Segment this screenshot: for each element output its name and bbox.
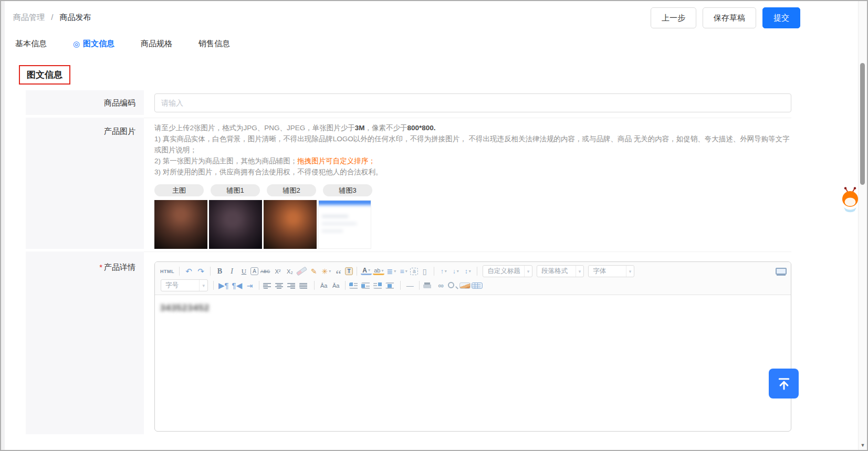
arrow-to-top-icon	[776, 376, 792, 392]
image-rules-line: 请至少上传2张图片，格式为JPG、PNG、JPEG，单张图片少于3M，像素不少于…	[154, 122, 791, 133]
product-code-input[interactable]	[154, 93, 791, 112]
image-slot-label: 辅图3	[323, 184, 372, 196]
image-rules-line: 1) 真实商品实体，白色背景，图片清晰，不得出现除品牌LOGO以外的任何水印，不…	[154, 133, 791, 155]
tab-sale[interactable]: 销售信息	[198, 39, 230, 49]
image-thumbnail[interactable]	[318, 200, 371, 249]
redo-icon[interactable]: ↷	[195, 266, 206, 277]
link-icon[interactable]: ∞	[435, 280, 446, 291]
service-mascot-icon[interactable]	[841, 187, 858, 213]
vertical-scrollbar[interactable]: ▼	[858, 1, 867, 450]
image-slot-label: 主图	[154, 184, 204, 196]
image-slot-labels: 主图辅图1辅图2辅图3	[154, 184, 791, 196]
image-thumbnail[interactable]	[209, 200, 262, 249]
tip-text: 拖拽图片可自定义排序；	[297, 157, 375, 165]
product-images-cell: 请至少上传2张图片，格式为JPG、PNG、JPEG，单张图片少于3M，像素不少于…	[144, 118, 791, 249]
new-document-icon[interactable]: ▯	[419, 266, 430, 277]
toolbar-separator	[345, 281, 346, 290]
product-detail-label: *产品详情	[26, 251, 144, 434]
search-replace-icon[interactable]	[447, 281, 458, 289]
paragraph-spacing-bottom-icon[interactable]: ↓	[450, 266, 461, 277]
toolbar-separator	[400, 281, 401, 290]
scrollbar-thumb[interactable]	[860, 63, 865, 185]
print-icon[interactable]	[423, 282, 434, 288]
active-tab-marker-icon: ◎	[73, 39, 80, 49]
indent-icon[interactable]: ⇥	[244, 280, 255, 291]
undo-icon[interactable]: ↶	[183, 266, 194, 277]
align-right-icon[interactable]	[287, 282, 298, 289]
tab-spec[interactable]: 商品规格	[141, 39, 172, 49]
blockquote-icon[interactable]: “	[333, 266, 344, 277]
bullet-list-icon[interactable]: ≡	[398, 266, 409, 277]
editor-content-text: 343523452	[160, 303, 210, 313]
product-detail-label-text: 产品详情	[104, 263, 135, 271]
char-border-icon[interactable]: A	[250, 267, 258, 275]
image-inline-icon[interactable]	[361, 282, 372, 289]
image-thumbnail[interactable]	[154, 200, 207, 249]
anchor-icon[interactable]: a	[410, 268, 418, 275]
image-slot-label: 辅图2	[267, 184, 316, 196]
tip-text: ，像素不少于	[365, 124, 407, 132]
previous-step-button[interactable]: 上一步	[651, 7, 696, 28]
to-lowercase-icon[interactable]: Ǎa	[330, 280, 341, 291]
tip-text: 请至少上传2张图片，格式为JPG、PNG、JPEG，单张图片少于	[154, 124, 355, 132]
thumbnail-picture	[209, 200, 262, 249]
align-justify-icon[interactable]	[299, 282, 310, 289]
italic-icon[interactable]: I	[226, 266, 237, 277]
rich-text-editor: HTML↶↷BIUAABCX²X₂✎✳“TAab≣≡a▯↑↓↕自定义标题▾段落格…	[154, 261, 791, 432]
section-title: 图文信息	[19, 65, 70, 85]
insert-image-icon[interactable]	[459, 282, 470, 289]
scrollbar-down-arrow[interactable]: ▼	[859, 443, 867, 448]
image-float-right-icon[interactable]	[373, 282, 384, 289]
rtl-paragraph-icon[interactable]: ¶◀	[231, 280, 244, 291]
media-info-form: 商品编码 产品图片 请至少上传2张图片，格式为JPG、PNG、JPEG，单张图片…	[26, 90, 791, 437]
font-color-icon[interactable]: A	[361, 267, 372, 275]
editor-toolbar-row2: 字号▾▶¶¶◀⇥ÂaǍa—∞	[159, 278, 787, 292]
format-painter-icon[interactable]: ✎	[308, 266, 319, 277]
insert-table-icon[interactable]	[472, 282, 483, 289]
tab-label: 图文信息	[83, 39, 114, 49]
breadcrumb-product-management[interactable]: 商品管理	[13, 13, 45, 22]
subscript-icon[interactable]: X₂	[284, 266, 295, 277]
ordered-list-icon[interactable]: ≣	[385, 266, 397, 277]
auto-typeset-icon[interactable]: ✳	[320, 266, 332, 277]
image-float-left-icon[interactable]	[349, 282, 360, 289]
toolbar-separator	[314, 281, 315, 290]
save-draft-button[interactable]: 保存草稿	[703, 7, 756, 28]
tab-basic[interactable]: 基本信息	[15, 39, 47, 49]
line-height-icon[interactable]: ↕	[462, 266, 473, 277]
tip-text: 3) 对所使用的图片，供应商拥有合法使用权，不得侵犯他人的合法权利。	[154, 168, 382, 176]
toolbar-separator	[179, 267, 180, 276]
strikethrough-icon[interactable]: ABC	[259, 266, 271, 277]
superscript-icon[interactable]: X²	[272, 266, 283, 277]
editor-content-area[interactable]: 343523452	[155, 295, 791, 321]
breadcrumb-separator: /	[51, 13, 53, 22]
bold-icon[interactable]: B	[214, 266, 225, 277]
back-to-top-button[interactable]	[769, 369, 799, 398]
paragraph-format-select[interactable]: 段落格式▾	[537, 265, 584, 277]
image-thumbnail[interactable]	[264, 200, 317, 249]
custom-title-select[interactable]: 自定义标题▾	[483, 265, 532, 277]
font-family-select[interactable]: 字体▾	[588, 265, 634, 277]
tab-media[interactable]: ◎图文信息	[73, 39, 114, 49]
remove-format-icon[interactable]	[296, 267, 307, 276]
product-code-label: 商品编码	[26, 90, 144, 115]
tip-text: 800*800	[407, 124, 434, 132]
image-block-icon[interactable]	[385, 282, 396, 289]
fullscreen-preview-icon[interactable]	[776, 268, 787, 275]
align-center-icon[interactable]	[275, 282, 286, 289]
image-upload-rules: 请至少上传2张图片，格式为JPG、PNG、JPEG，单张图片少于3M，像素不少于…	[154, 122, 791, 177]
paste-word-icon[interactable]: T	[345, 267, 353, 275]
align-left-icon[interactable]	[263, 282, 274, 289]
highlight-color-icon[interactable]: ab	[373, 268, 384, 275]
font-size-select[interactable]: 字号▾	[161, 279, 208, 291]
toolbar-separator	[259, 281, 259, 290]
underline-icon[interactable]: U	[238, 266, 249, 277]
ltr-paragraph-icon[interactable]: ▶¶	[217, 280, 230, 291]
horizontal-rule-icon[interactable]: —	[404, 280, 415, 291]
to-uppercase-icon[interactable]: Âa	[318, 280, 329, 291]
tab-label: 销售信息	[198, 39, 230, 49]
submit-button[interactable]: 提交	[762, 7, 800, 28]
paragraph-spacing-top-icon[interactable]: ↑	[438, 266, 449, 277]
html-source-button[interactable]: HTML	[159, 266, 175, 277]
thumbnail-picture	[318, 200, 371, 249]
